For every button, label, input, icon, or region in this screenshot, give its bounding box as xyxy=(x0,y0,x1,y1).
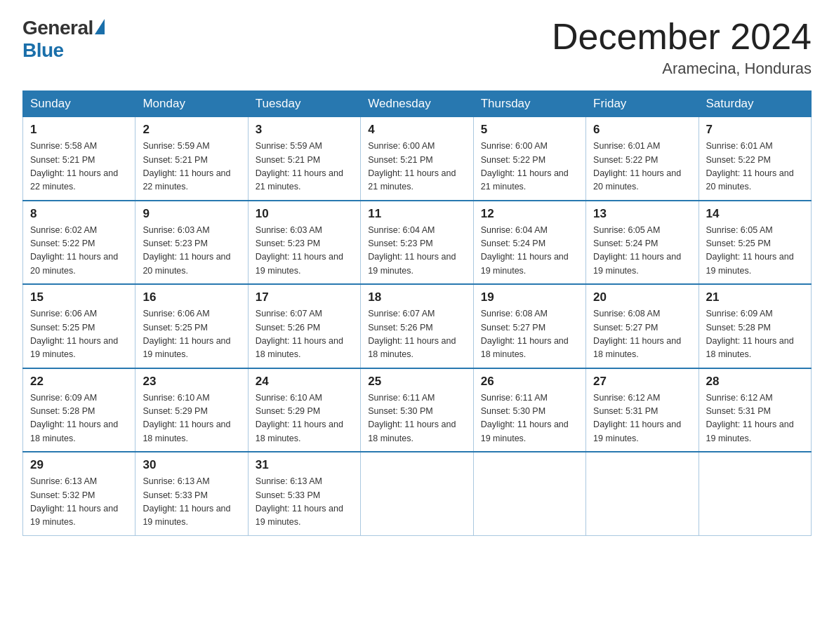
calendar-cell: 24 Sunrise: 6:10 AMSunset: 5:29 PMDaylig… xyxy=(248,368,360,452)
day-number: 20 xyxy=(593,290,691,304)
calendar-header-monday: Monday xyxy=(135,91,248,117)
calendar-cell: 28 Sunrise: 6:12 AMSunset: 5:31 PMDaylig… xyxy=(699,368,811,452)
day-number: 10 xyxy=(256,207,353,221)
day-number: 2 xyxy=(143,123,240,137)
calendar-cell: 1 Sunrise: 5:58 AMSunset: 5:21 PMDayligh… xyxy=(23,117,135,201)
day-number: 5 xyxy=(481,123,578,137)
day-number: 18 xyxy=(368,290,465,304)
calendar-cell: 9 Sunrise: 6:03 AMSunset: 5:23 PMDayligh… xyxy=(135,201,248,285)
logo: General Blue xyxy=(22,17,105,62)
day-number: 4 xyxy=(368,123,465,137)
calendar-header-thursday: Thursday xyxy=(473,91,585,117)
day-info: Sunrise: 6:02 AMSunset: 5:22 PMDaylight:… xyxy=(30,225,118,276)
day-number: 13 xyxy=(593,207,691,221)
calendar-header-row: SundayMondayTuesdayWednesdayThursdayFrid… xyxy=(23,91,812,117)
day-number: 9 xyxy=(143,207,240,221)
calendar-cell: 21 Sunrise: 6:09 AMSunset: 5:28 PMDaylig… xyxy=(699,284,811,368)
calendar-header-sunday: Sunday xyxy=(23,91,135,117)
day-info: Sunrise: 6:03 AMSunset: 5:23 PMDaylight:… xyxy=(143,225,230,276)
day-info: Sunrise: 6:05 AMSunset: 5:24 PMDaylight:… xyxy=(593,225,681,276)
calendar-cell: 10 Sunrise: 6:03 AMSunset: 5:23 PMDaylig… xyxy=(248,201,360,285)
calendar-cell: 23 Sunrise: 6:10 AMSunset: 5:29 PMDaylig… xyxy=(135,368,248,452)
calendar-cell: 25 Sunrise: 6:11 AMSunset: 5:30 PMDaylig… xyxy=(361,368,473,452)
day-info: Sunrise: 5:59 AMSunset: 5:21 PMDaylight:… xyxy=(256,141,343,192)
day-number: 8 xyxy=(30,207,128,221)
day-info: Sunrise: 6:04 AMSunset: 5:24 PMDaylight:… xyxy=(481,225,569,276)
day-info: Sunrise: 6:10 AMSunset: 5:29 PMDaylight:… xyxy=(256,393,343,443)
day-number: 25 xyxy=(368,375,465,389)
calendar-cell: 5 Sunrise: 6:00 AMSunset: 5:22 PMDayligh… xyxy=(473,117,585,201)
day-number: 6 xyxy=(593,123,691,137)
day-number: 1 xyxy=(30,123,128,137)
day-number: 24 xyxy=(256,375,353,389)
calendar-cell: 16 Sunrise: 6:06 AMSunset: 5:25 PMDaylig… xyxy=(135,284,248,368)
calendar-cell: 30 Sunrise: 6:13 AMSunset: 5:33 PMDaylig… xyxy=(135,452,248,535)
calendar-cell: 15 Sunrise: 6:06 AMSunset: 5:25 PMDaylig… xyxy=(23,284,135,368)
calendar-cell: 3 Sunrise: 5:59 AMSunset: 5:21 PMDayligh… xyxy=(248,117,360,201)
day-number: 21 xyxy=(706,290,804,304)
calendar-cell: 17 Sunrise: 6:07 AMSunset: 5:26 PMDaylig… xyxy=(248,284,360,368)
calendar-cell xyxy=(699,452,811,535)
day-number: 27 xyxy=(593,375,691,389)
day-number: 26 xyxy=(481,375,578,389)
day-number: 29 xyxy=(30,458,128,472)
calendar-cell: 20 Sunrise: 6:08 AMSunset: 5:27 PMDaylig… xyxy=(586,284,699,368)
calendar-cell: 7 Sunrise: 6:01 AMSunset: 5:22 PMDayligh… xyxy=(699,117,811,201)
calendar-cell: 22 Sunrise: 6:09 AMSunset: 5:28 PMDaylig… xyxy=(23,368,135,452)
day-info: Sunrise: 6:13 AMSunset: 5:33 PMDaylight:… xyxy=(143,476,230,527)
calendar-cell: 12 Sunrise: 6:04 AMSunset: 5:24 PMDaylig… xyxy=(473,201,585,285)
day-info: Sunrise: 6:05 AMSunset: 5:25 PMDaylight:… xyxy=(706,225,794,276)
calendar-cell: 19 Sunrise: 6:08 AMSunset: 5:27 PMDaylig… xyxy=(473,284,585,368)
day-number: 23 xyxy=(143,375,240,389)
calendar-header-friday: Friday xyxy=(586,91,699,117)
calendar-cell: 4 Sunrise: 6:00 AMSunset: 5:21 PMDayligh… xyxy=(361,117,473,201)
logo-triangle-icon xyxy=(95,19,105,34)
day-info: Sunrise: 6:10 AMSunset: 5:29 PMDaylight:… xyxy=(143,393,230,443)
day-info: Sunrise: 6:01 AMSunset: 5:22 PMDaylight:… xyxy=(593,141,681,192)
day-number: 12 xyxy=(481,207,578,221)
calendar-cell xyxy=(473,452,585,535)
day-number: 22 xyxy=(30,375,128,389)
calendar-cell: 8 Sunrise: 6:02 AMSunset: 5:22 PMDayligh… xyxy=(23,201,135,285)
calendar-cell: 14 Sunrise: 6:05 AMSunset: 5:25 PMDaylig… xyxy=(699,201,811,285)
day-info: Sunrise: 6:08 AMSunset: 5:27 PMDaylight:… xyxy=(593,309,681,359)
day-info: Sunrise: 6:13 AMSunset: 5:33 PMDaylight:… xyxy=(256,476,343,527)
day-info: Sunrise: 6:09 AMSunset: 5:28 PMDaylight:… xyxy=(30,393,118,443)
logo-blue: Blue xyxy=(22,39,64,62)
day-info: Sunrise: 6:06 AMSunset: 5:25 PMDaylight:… xyxy=(143,309,230,359)
day-info: Sunrise: 6:00 AMSunset: 5:21 PMDaylight:… xyxy=(368,141,456,192)
day-info: Sunrise: 6:11 AMSunset: 5:30 PMDaylight:… xyxy=(368,393,456,443)
day-info: Sunrise: 6:04 AMSunset: 5:23 PMDaylight:… xyxy=(368,225,456,276)
calendar-week-row: 1 Sunrise: 5:58 AMSunset: 5:21 PMDayligh… xyxy=(23,117,812,201)
day-number: 15 xyxy=(30,290,128,304)
day-info: Sunrise: 6:08 AMSunset: 5:27 PMDaylight:… xyxy=(481,309,569,359)
day-info: Sunrise: 6:13 AMSunset: 5:32 PMDaylight:… xyxy=(30,476,118,527)
day-number: 3 xyxy=(256,123,353,137)
calendar-cell: 29 Sunrise: 6:13 AMSunset: 5:32 PMDaylig… xyxy=(23,452,135,535)
calendar-week-row: 15 Sunrise: 6:06 AMSunset: 5:25 PMDaylig… xyxy=(23,284,812,368)
day-info: Sunrise: 6:07 AMSunset: 5:26 PMDaylight:… xyxy=(368,309,456,359)
day-number: 19 xyxy=(481,290,578,304)
day-info: Sunrise: 6:12 AMSunset: 5:31 PMDaylight:… xyxy=(706,393,794,443)
calendar-header-saturday: Saturday xyxy=(699,91,811,117)
calendar-cell xyxy=(361,452,473,535)
calendar-cell: 6 Sunrise: 6:01 AMSunset: 5:22 PMDayligh… xyxy=(586,117,699,201)
day-info: Sunrise: 6:03 AMSunset: 5:23 PMDaylight:… xyxy=(256,225,343,276)
day-info: Sunrise: 5:58 AMSunset: 5:21 PMDaylight:… xyxy=(30,141,118,192)
day-info: Sunrise: 6:07 AMSunset: 5:26 PMDaylight:… xyxy=(256,309,343,359)
calendar-cell: 18 Sunrise: 6:07 AMSunset: 5:26 PMDaylig… xyxy=(361,284,473,368)
calendar-cell xyxy=(586,452,699,535)
day-info: Sunrise: 6:09 AMSunset: 5:28 PMDaylight:… xyxy=(706,309,794,359)
calendar-header-tuesday: Tuesday xyxy=(248,91,360,117)
location-subtitle: Aramecina, Honduras xyxy=(552,60,812,78)
title-block: December 2024 Aramecina, Honduras xyxy=(552,17,812,78)
day-number: 7 xyxy=(706,123,804,137)
logo-general: General xyxy=(22,17,93,39)
day-number: 30 xyxy=(143,458,240,472)
page-header: General Blue December 2024 Aramecina, Ho… xyxy=(22,17,812,78)
calendar-week-row: 22 Sunrise: 6:09 AMSunset: 5:28 PMDaylig… xyxy=(23,368,812,452)
day-info: Sunrise: 6:00 AMSunset: 5:22 PMDaylight:… xyxy=(481,141,569,192)
day-info: Sunrise: 6:11 AMSunset: 5:30 PMDaylight:… xyxy=(481,393,569,443)
month-title: December 2024 xyxy=(552,17,812,57)
calendar-cell: 27 Sunrise: 6:12 AMSunset: 5:31 PMDaylig… xyxy=(586,368,699,452)
